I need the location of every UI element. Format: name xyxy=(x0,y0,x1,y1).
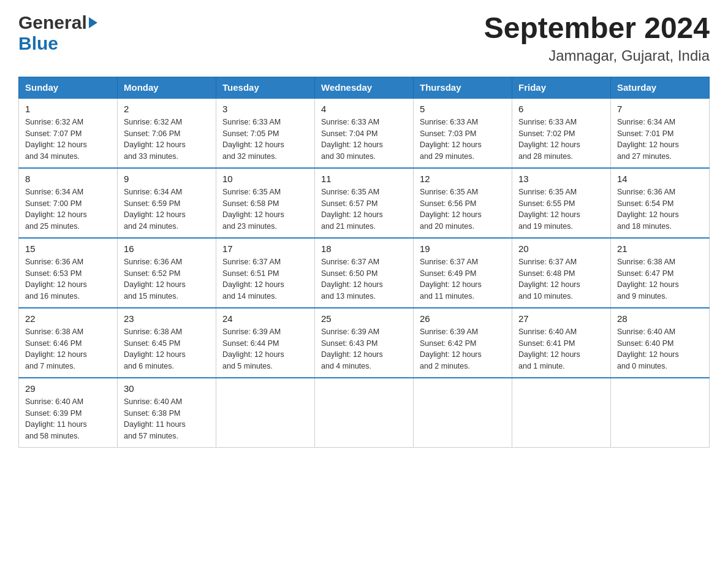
day-info: Sunrise: 6:38 AMSunset: 6:46 PMDaylight:… xyxy=(25,327,87,370)
logo: General Blue xyxy=(18,12,97,54)
calendar-week-row: 22 Sunrise: 6:38 AMSunset: 6:46 PMDaylig… xyxy=(19,308,710,378)
day-info: Sunrise: 6:35 AMSunset: 6:58 PMDaylight:… xyxy=(222,188,284,231)
table-row: 22 Sunrise: 6:38 AMSunset: 6:46 PMDaylig… xyxy=(19,308,118,378)
logo-arrow-icon xyxy=(89,17,97,28)
day-number: 21 xyxy=(617,243,703,254)
table-row xyxy=(611,378,710,448)
table-row: 28 Sunrise: 6:40 AMSunset: 6:40 PMDaylig… xyxy=(611,308,710,378)
table-row: 20 Sunrise: 6:37 AMSunset: 6:48 PMDaylig… xyxy=(512,238,611,308)
table-row: 10 Sunrise: 6:35 AMSunset: 6:58 PMDaylig… xyxy=(216,168,315,238)
page-header: General Blue September 2024 Jamnagar, Gu… xyxy=(18,12,710,64)
logo-general-text: General xyxy=(18,12,87,33)
table-row: 14 Sunrise: 6:36 AMSunset: 6:54 PMDaylig… xyxy=(611,168,710,238)
table-row: 18 Sunrise: 6:37 AMSunset: 6:50 PMDaylig… xyxy=(315,238,414,308)
day-info: Sunrise: 6:36 AMSunset: 6:54 PMDaylight:… xyxy=(617,188,679,231)
day-info: Sunrise: 6:34 AMSunset: 7:01 PMDaylight:… xyxy=(617,118,679,161)
day-info: Sunrise: 6:37 AMSunset: 6:50 PMDaylight:… xyxy=(321,258,383,301)
table-row xyxy=(414,378,512,448)
day-number: 11 xyxy=(321,174,407,184)
table-row: 3 Sunrise: 6:33 AMSunset: 7:05 PMDayligh… xyxy=(216,98,315,168)
table-row: 13 Sunrise: 6:35 AMSunset: 6:55 PMDaylig… xyxy=(512,168,611,238)
day-info: Sunrise: 6:35 AMSunset: 6:55 PMDaylight:… xyxy=(518,188,580,231)
day-info: Sunrise: 6:36 AMSunset: 6:53 PMDaylight:… xyxy=(25,258,87,301)
location-subtitle: Jamnagar, Gujarat, India xyxy=(484,47,710,64)
table-row: 12 Sunrise: 6:35 AMSunset: 6:56 PMDaylig… xyxy=(414,168,512,238)
header-tuesday: Tuesday xyxy=(216,77,315,98)
header-wednesday: Wednesday xyxy=(315,77,414,98)
day-number: 16 xyxy=(124,243,210,254)
page-title: September 2024 xyxy=(484,12,710,45)
day-number: 18 xyxy=(321,243,407,254)
day-number: 20 xyxy=(518,243,604,254)
day-number: 13 xyxy=(518,174,604,184)
day-info: Sunrise: 6:37 AMSunset: 6:49 PMDaylight:… xyxy=(420,258,482,301)
title-block: September 2024 Jamnagar, Gujarat, India xyxy=(484,12,710,64)
day-number: 3 xyxy=(222,104,308,114)
day-number: 6 xyxy=(518,104,604,114)
table-row: 5 Sunrise: 6:33 AMSunset: 7:03 PMDayligh… xyxy=(414,98,512,168)
day-info: Sunrise: 6:38 AMSunset: 6:45 PMDaylight:… xyxy=(124,327,186,370)
day-info: Sunrise: 6:32 AMSunset: 7:07 PMDaylight:… xyxy=(25,118,87,161)
header-thursday: Thursday xyxy=(414,77,512,98)
table-row: 21 Sunrise: 6:38 AMSunset: 6:47 PMDaylig… xyxy=(611,238,710,308)
day-number: 5 xyxy=(420,104,506,114)
table-row: 27 Sunrise: 6:40 AMSunset: 6:41 PMDaylig… xyxy=(512,308,611,378)
day-info: Sunrise: 6:40 AMSunset: 6:38 PMDaylight:… xyxy=(124,397,186,440)
day-number: 1 xyxy=(25,104,111,114)
calendar-week-row: 15 Sunrise: 6:36 AMSunset: 6:53 PMDaylig… xyxy=(19,238,710,308)
day-number: 12 xyxy=(420,174,506,184)
table-row: 19 Sunrise: 6:37 AMSunset: 6:49 PMDaylig… xyxy=(414,238,512,308)
day-info: Sunrise: 6:33 AMSunset: 7:05 PMDaylight:… xyxy=(222,118,284,161)
day-number: 26 xyxy=(420,313,506,324)
table-row: 6 Sunrise: 6:33 AMSunset: 7:02 PMDayligh… xyxy=(512,98,611,168)
table-row: 11 Sunrise: 6:35 AMSunset: 6:57 PMDaylig… xyxy=(315,168,414,238)
header-monday: Monday xyxy=(118,77,216,98)
day-number: 2 xyxy=(124,104,210,114)
table-row: 25 Sunrise: 6:39 AMSunset: 6:43 PMDaylig… xyxy=(315,308,414,378)
day-number: 27 xyxy=(518,313,604,324)
header-friday: Friday xyxy=(512,77,611,98)
table-row: 9 Sunrise: 6:34 AMSunset: 6:59 PMDayligh… xyxy=(118,168,216,238)
table-row: 17 Sunrise: 6:37 AMSunset: 6:51 PMDaylig… xyxy=(216,238,315,308)
table-row: 15 Sunrise: 6:36 AMSunset: 6:53 PMDaylig… xyxy=(19,238,118,308)
header-sunday: Sunday xyxy=(19,77,118,98)
calendar-table: Sunday Monday Tuesday Wednesday Thursday… xyxy=(18,77,710,448)
day-number: 19 xyxy=(420,243,506,254)
day-number: 14 xyxy=(617,174,703,184)
day-number: 17 xyxy=(222,243,308,254)
table-row: 2 Sunrise: 6:32 AMSunset: 7:06 PMDayligh… xyxy=(118,98,216,168)
day-info: Sunrise: 6:34 AMSunset: 6:59 PMDaylight:… xyxy=(124,188,186,231)
day-number: 10 xyxy=(222,174,308,184)
day-number: 29 xyxy=(25,383,111,394)
day-number: 4 xyxy=(321,104,407,114)
day-number: 28 xyxy=(617,313,703,324)
day-number: 9 xyxy=(124,174,210,184)
table-row: 8 Sunrise: 6:34 AMSunset: 7:00 PMDayligh… xyxy=(19,168,118,238)
day-number: 24 xyxy=(222,313,308,324)
day-number: 25 xyxy=(321,313,407,324)
table-row: 23 Sunrise: 6:38 AMSunset: 6:45 PMDaylig… xyxy=(118,308,216,378)
day-info: Sunrise: 6:33 AMSunset: 7:02 PMDaylight:… xyxy=(518,118,580,161)
table-row: 16 Sunrise: 6:36 AMSunset: 6:52 PMDaylig… xyxy=(118,238,216,308)
day-number: 15 xyxy=(25,243,111,254)
day-info: Sunrise: 6:40 AMSunset: 6:40 PMDaylight:… xyxy=(617,327,679,370)
day-number: 30 xyxy=(124,383,210,394)
day-info: Sunrise: 6:39 AMSunset: 6:43 PMDaylight:… xyxy=(321,327,383,370)
table-row: 4 Sunrise: 6:33 AMSunset: 7:04 PMDayligh… xyxy=(315,98,414,168)
day-info: Sunrise: 6:33 AMSunset: 7:03 PMDaylight:… xyxy=(420,118,482,161)
day-info: Sunrise: 6:40 AMSunset: 6:39 PMDaylight:… xyxy=(25,397,87,440)
header-saturday: Saturday xyxy=(611,77,710,98)
table-row: 30 Sunrise: 6:40 AMSunset: 6:38 PMDaylig… xyxy=(118,378,216,448)
day-info: Sunrise: 6:34 AMSunset: 7:00 PMDaylight:… xyxy=(25,188,87,231)
table-row xyxy=(315,378,414,448)
day-info: Sunrise: 6:37 AMSunset: 6:51 PMDaylight:… xyxy=(222,258,284,301)
day-info: Sunrise: 6:38 AMSunset: 6:47 PMDaylight:… xyxy=(617,258,679,301)
calendar-week-row: 1 Sunrise: 6:32 AMSunset: 7:07 PMDayligh… xyxy=(19,98,710,168)
day-info: Sunrise: 6:40 AMSunset: 6:41 PMDaylight:… xyxy=(518,327,580,370)
day-number: 23 xyxy=(124,313,210,324)
day-info: Sunrise: 6:35 AMSunset: 6:57 PMDaylight:… xyxy=(321,188,383,231)
day-info: Sunrise: 6:36 AMSunset: 6:52 PMDaylight:… xyxy=(124,258,186,301)
calendar-week-row: 8 Sunrise: 6:34 AMSunset: 7:00 PMDayligh… xyxy=(19,168,710,238)
calendar-week-row: 29 Sunrise: 6:40 AMSunset: 6:39 PMDaylig… xyxy=(19,378,710,448)
table-row xyxy=(512,378,611,448)
